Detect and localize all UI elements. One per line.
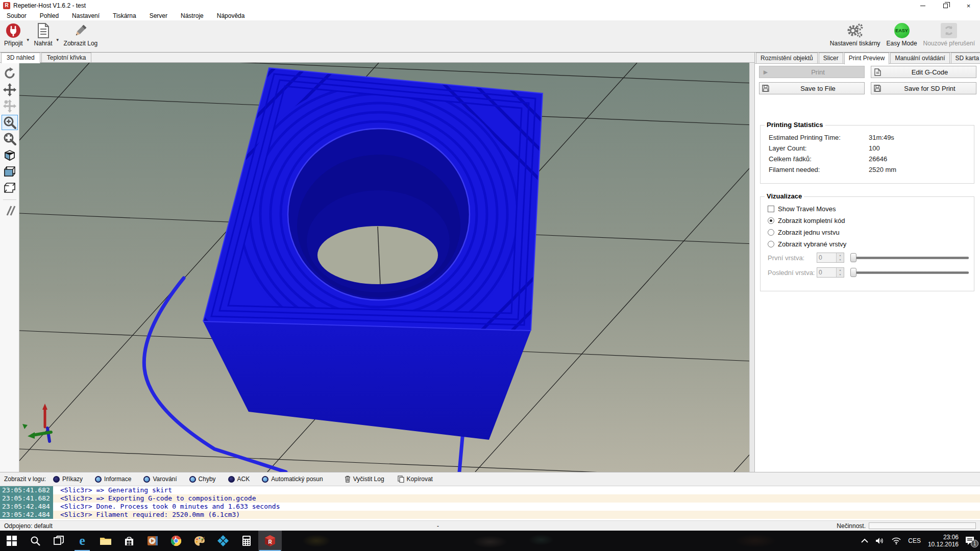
tab-print-preview[interactable]: Print Preview <box>844 53 890 64</box>
spin-down-icon[interactable]: ▼ <box>837 258 844 262</box>
printer-settings-button[interactable]: Nastavení tiskárny <box>827 20 884 47</box>
3d-viewport[interactable] <box>19 63 754 472</box>
show-log-button[interactable]: Zobrazit Log <box>61 20 101 47</box>
task-view-button[interactable] <box>47 531 70 551</box>
zoom-view-button[interactable] <box>2 115 18 130</box>
show-layer-range-radio[interactable] <box>768 241 774 247</box>
tab-object-placement[interactable]: Rozmístění objektů <box>756 53 818 63</box>
log-output[interactable]: 23:05:41.682<Slic3r> => Generating skirt… <box>0 486 980 520</box>
first-layer-slider[interactable] <box>850 253 969 262</box>
taskbar-edge-icon[interactable]: e <box>70 531 94 551</box>
store-icon <box>124 536 134 546</box>
tab-3d-view[interactable]: 3D náhled <box>1 53 40 63</box>
volume-icon[interactable] <box>875 537 885 544</box>
taskbar-search-button[interactable] <box>23 531 47 551</box>
load-button[interactable]: Nahrát <box>31 20 56 47</box>
first-layer-spinner[interactable]: 0 ▲▼ <box>817 253 844 263</box>
show-travel-moves-label: Show Travel Moves <box>778 205 836 213</box>
log-toggle-errors[interactable]: Chyby <box>189 475 216 483</box>
panel-divider[interactable] <box>749 63 754 472</box>
log-toggle-ack[interactable]: ACK <box>228 475 250 483</box>
tab-manual-control[interactable]: Manuální ovládání <box>890 53 949 63</box>
show-travel-moves-checkbox[interactable] <box>768 206 774 212</box>
log-line: 23:05:42.484<Slic3r> Filament required: … <box>0 511 980 519</box>
load-dropdown-caret[interactable]: ▼ <box>56 38 60 42</box>
connect-button[interactable]: Připojit <box>1 20 26 47</box>
show-complete-code-row[interactable]: Zobrazit kompletní kód <box>768 217 974 224</box>
top-view-button[interactable] <box>2 180 18 195</box>
connect-dropdown-caret[interactable]: ▼ <box>26 38 30 42</box>
show-single-layer-row[interactable]: Zobrazit jednu vrstvu <box>768 229 974 236</box>
edit-gcode-button[interactable]: Edit G-Code <box>871 66 976 78</box>
menu-soubor[interactable]: Soubor <box>0 11 33 20</box>
front-view-icon <box>3 165 16 178</box>
info-label: Informace <box>104 475 131 483</box>
menu-tiskarna[interactable]: Tiskárna <box>106 11 143 20</box>
svg-text:R: R <box>268 539 272 545</box>
language-indicator[interactable]: CES <box>908 537 921 544</box>
menu-nastroje[interactable]: Nástroje <box>174 11 210 20</box>
start-button[interactable] <box>0 531 23 551</box>
tray-chevron-icon[interactable] <box>861 538 868 543</box>
menu-napoveda[interactable]: Nápověda <box>210 11 252 20</box>
taskbar-media-icon[interactable] <box>141 531 164 551</box>
show-travel-moves-row[interactable]: Show Travel Moves <box>768 205 974 213</box>
easy-mode-icon: EASY <box>894 23 910 38</box>
copy-log-button[interactable]: Kopírovat <box>398 475 433 483</box>
taskbar-calculator-icon[interactable] <box>235 531 258 551</box>
first-layer-label: První vrstva: <box>768 254 817 262</box>
save-for-sd-button[interactable]: Save for SD Print <box>871 82 976 94</box>
parallel-projection-button[interactable] <box>2 203 18 218</box>
log-toggle-commands[interactable]: Příkazy <box>53 475 83 483</box>
minimize-button[interactable] <box>911 0 934 11</box>
taskbar-kodi-icon[interactable] <box>211 531 235 551</box>
log-toggle-warnings[interactable]: Varování <box>143 475 177 483</box>
easy-mode-button[interactable]: EASY Easy Mode <box>884 20 920 47</box>
last-layer-slider[interactable] <box>850 268 969 277</box>
taskbar-clock[interactable]: 23:06 10.12.2016 <box>928 534 959 548</box>
slider-thumb[interactable] <box>850 253 856 262</box>
log-message: <Slic3r> Done. Process took 0 minutes an… <box>53 503 980 511</box>
save-to-file-button[interactable]: Save to File <box>759 82 865 94</box>
windows-logo-icon <box>7 536 17 546</box>
isometric-view-button[interactable] <box>2 147 18 163</box>
slider-thumb[interactable] <box>850 268 856 277</box>
tab-slicer[interactable]: Slicer <box>819 53 843 63</box>
spin-up-icon[interactable]: ▲ <box>837 253 844 258</box>
spin-down-icon[interactable]: ▼ <box>837 272 844 277</box>
front-view-button[interactable] <box>2 164 18 179</box>
pencil-icon <box>73 22 88 39</box>
status-center: - <box>437 522 439 530</box>
last-layer-spinner[interactable]: 0 ▲▼ <box>817 267 844 278</box>
autoscroll-label: Automatický posun <box>271 475 323 483</box>
menu-nastaveni[interactable]: Nastavení <box>65 11 106 20</box>
show-complete-code-radio[interactable] <box>768 217 774 224</box>
show-single-layer-radio[interactable] <box>768 229 774 236</box>
save-sd-icon <box>871 85 884 92</box>
rotate-view-button[interactable] <box>2 66 18 81</box>
title-bar[interactable]: R Repetier-Host V1.6.2 - test × <box>0 0 980 11</box>
menu-pohled[interactable]: Pohled <box>33 11 65 20</box>
taskbar-repetier-icon[interactable]: R <box>258 531 282 551</box>
move-viewpoint-button[interactable] <box>2 98 18 114</box>
menu-server[interactable]: Server <box>143 11 174 20</box>
log-toggle-autoscroll[interactable]: Automatický posun <box>262 475 323 483</box>
taskbar-chrome-icon[interactable] <box>164 531 188 551</box>
restore-button[interactable] <box>934 0 957 11</box>
move-object-button[interactable] <box>2 82 18 97</box>
log-toggle-info[interactable]: Informace <box>95 475 131 483</box>
app-icon: R <box>3 2 10 9</box>
action-center-button[interactable]: 1 <box>965 536 975 545</box>
show-layer-range-row[interactable]: Zobrazit vybrané vrstvy <box>768 240 974 248</box>
tab-sd-card[interactable]: SD karta <box>951 53 980 63</box>
taskbar-store-icon[interactable] <box>117 531 141 551</box>
log-timestamp: 23:05:42.484 <box>0 503 53 511</box>
taskbar-explorer-icon[interactable] <box>94 531 117 551</box>
spin-up-icon[interactable]: ▲ <box>837 268 844 272</box>
clear-log-button[interactable]: Vyčistit Log <box>345 475 384 483</box>
tab-temperature-curve[interactable]: Teplotní křivka <box>41 53 92 62</box>
taskbar-paint-icon[interactable] <box>188 531 211 551</box>
close-button[interactable]: × <box>957 0 980 11</box>
wifi-icon[interactable] <box>892 537 901 544</box>
fit-view-button[interactable] <box>2 131 18 146</box>
